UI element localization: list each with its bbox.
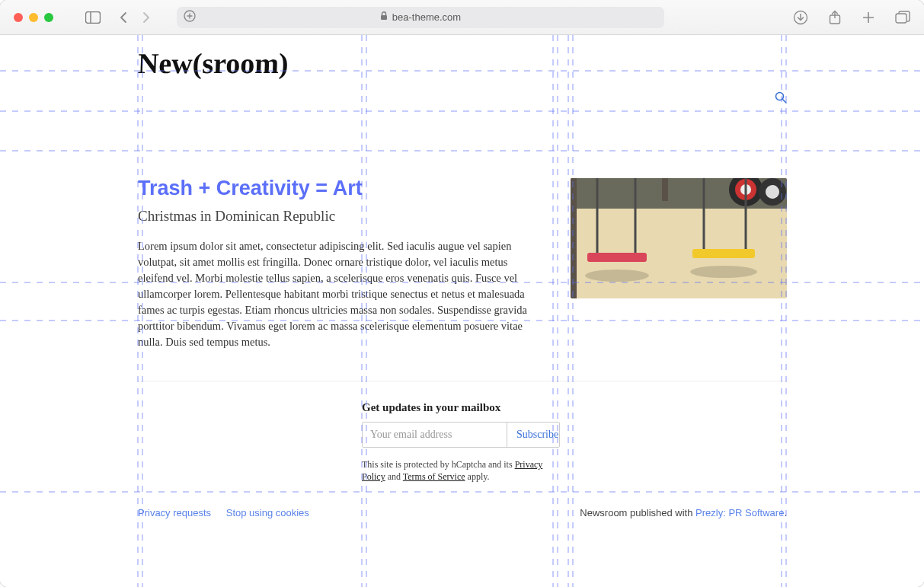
downloads-icon[interactable] (793, 10, 808, 25)
forward-button-icon[interactable] (142, 11, 151, 24)
svg-rect-0 (86, 11, 101, 23)
svg-rect-12 (896, 14, 906, 23)
published-with: Newsroom published with Prezly: PR Softw… (580, 507, 787, 518)
svg-point-27 (585, 270, 649, 282)
svg-point-31 (690, 266, 757, 278)
window-controls (14, 13, 53, 22)
url-text: bea-theme.com (392, 11, 461, 23)
site-settings-icon[interactable] (183, 9, 197, 25)
close-window-button[interactable] (14, 13, 23, 22)
email-input[interactable] (363, 423, 507, 447)
sidebar-toggle-icon[interactable] (85, 11, 101, 24)
svg-rect-26 (587, 253, 647, 262)
page-viewport: New(sroom) Trash + Creativity = Art Chri… (0, 35, 924, 587)
site-logo[interactable]: New(sroom) (137, 49, 289, 78)
stop-cookies-link[interactable]: Stop using cookies (226, 507, 309, 518)
hcaptcha-tos-link[interactable]: Terms of Service (403, 471, 465, 482)
minimize-window-button[interactable] (29, 13, 38, 22)
maximize-window-button[interactable] (44, 13, 53, 22)
privacy-requests-link[interactable]: Privacy requests (138, 507, 211, 518)
article-subtitle: Christmas in Dominican Republic (138, 208, 542, 225)
subscribe-button[interactable]: Subscribe (507, 423, 560, 447)
lock-icon (380, 11, 388, 23)
svg-rect-23 (662, 178, 668, 201)
article-image[interactable] (571, 178, 787, 298)
article-title[interactable]: Trash + Creativity = Art (138, 177, 542, 200)
new-tab-icon[interactable] (862, 11, 875, 24)
address-bar[interactable]: bea-theme.com (177, 7, 664, 28)
captcha-notice: This site is protected by hCaptcha and i… (362, 458, 560, 483)
svg-line-14 (783, 100, 787, 104)
share-icon[interactable] (828, 10, 842, 25)
section-divider (138, 381, 787, 381)
browser-toolbar: bea-theme.com (0, 0, 924, 35)
svg-point-21 (766, 185, 779, 199)
svg-rect-5 (381, 15, 387, 20)
search-icon[interactable] (775, 91, 787, 107)
subscribe-heading: Get updates in your mailbox (362, 401, 560, 414)
article-body: Lorem ipsum dolor sit amet, consectetur … (138, 238, 542, 350)
tabs-overview-icon[interactable] (895, 11, 910, 24)
back-button-icon[interactable] (119, 11, 128, 24)
svg-rect-22 (571, 178, 577, 298)
svg-rect-30 (692, 249, 755, 258)
prezly-link[interactable]: Prezly: PR Software (695, 507, 784, 518)
